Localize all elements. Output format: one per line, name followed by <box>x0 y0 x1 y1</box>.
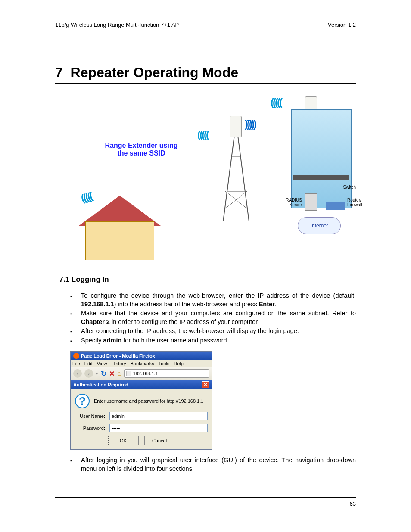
network-diagram: Range Extender using the same SSID (((((… <box>55 92 356 264</box>
internet-label: Internet <box>311 223 328 229</box>
list-item: After logging in you will graphical user… <box>70 456 356 473</box>
list-item: After connecting to the IP address, the … <box>70 327 356 336</box>
instruction-list: To configure the device through the web-… <box>55 292 356 345</box>
forward-button[interactable]: › <box>84 369 93 378</box>
stop-button[interactable]: ✕ <box>109 370 115 378</box>
chapter-heading: 7 Repeater Operating Mode <box>55 65 356 84</box>
auth-dialog-titlebar: Authentication Required ✕ <box>71 380 212 389</box>
page-favicon-icon <box>126 371 131 376</box>
reload-button[interactable]: ↻ <box>101 370 106 378</box>
auth-dialog-body: ? Enter username and password for http:/… <box>71 389 212 449</box>
address-bar[interactable]: 192.168.1.1 <box>124 369 209 378</box>
menu-item-edit[interactable]: Edit <box>84 361 93 366</box>
menu-item-help[interactable]: Help <box>174 361 184 366</box>
router-label: Router/ Firewall <box>347 198 369 207</box>
firefox-icon <box>73 353 79 359</box>
ok-button[interactable]: OK <box>108 436 138 445</box>
wifi-signal-icon: ((((( <box>197 129 208 141</box>
menu-item-view[interactable]: View <box>97 361 107 366</box>
section-number: 7.1 <box>59 275 69 283</box>
chapter-number: 7 <box>55 65 63 80</box>
window-titlebar: Page Load Error - Mozilla Firefox <box>71 352 212 360</box>
question-icon: ? <box>75 394 90 408</box>
switch-icon <box>293 175 349 180</box>
dropdown-arrow-icon[interactable]: ▾ <box>96 371 98 376</box>
section-title: Logging In <box>72 275 109 283</box>
house-icon <box>79 196 161 260</box>
instruction-list-2: After logging in you will graphical user… <box>55 456 356 473</box>
back-button[interactable]: ‹ <box>73 369 82 378</box>
home-button[interactable]: ⌂ <box>117 370 121 377</box>
username-input[interactable]: admin <box>109 412 208 420</box>
server-icon <box>305 193 317 211</box>
firefox-window: Page Load Error - Mozilla Firefox File E… <box>70 351 212 450</box>
internet-cloud-icon: Internet <box>298 217 341 234</box>
close-button[interactable]: ✕ <box>202 381 209 388</box>
cancel-button[interactable]: Cancel <box>144 436 174 445</box>
section-heading: 7.1 Logging In <box>55 275 356 284</box>
menu-item-tools[interactable]: Tools <box>159 361 170 366</box>
page-number: 63 <box>350 501 356 507</box>
auth-dialog-title: Authentication Required <box>73 382 128 387</box>
auth-message: Enter username and password for http://1… <box>94 398 208 404</box>
building-diagram: Switch RADIUS Server Router/ Firewall In… <box>278 105 356 234</box>
menu-bar: File Edit View History Bookmarks Tools H… <box>71 360 212 367</box>
access-point-icon <box>230 116 242 137</box>
header-right: Version 1.2 <box>328 22 356 28</box>
footer-rule <box>55 497 356 498</box>
password-input[interactable]: ••••• <box>109 424 208 432</box>
list-item: Specify admin for both the user name and… <box>70 336 356 345</box>
password-label: Password: <box>75 426 105 431</box>
menu-item-bookmarks[interactable]: Bookmarks <box>131 361 154 366</box>
diagram-caption: Range Extender using the same SSID <box>98 142 184 157</box>
radius-label: RADIUS Server <box>276 198 302 207</box>
menu-item-history[interactable]: History <box>111 361 126 366</box>
list-item: To configure the device through the web-… <box>70 292 356 308</box>
window-title: Page Load Error - Mozilla Firefox <box>81 353 155 358</box>
url-text: 192.168.1.1 <box>133 371 158 376</box>
menu-item-file[interactable]: File <box>72 361 80 366</box>
page-header: 11b/g Wireless Long Range Multi-function… <box>55 22 356 30</box>
username-label: User Name: <box>75 414 105 419</box>
list-item: Make sure that the device and your compu… <box>70 309 356 326</box>
header-left: 11b/g Wireless Long Range Multi-function… <box>55 22 179 28</box>
router-icon <box>326 202 345 210</box>
nav-toolbar: ‹ › ▾ ↻ ✕ ⌂ 192.168.1.1 <box>71 367 212 380</box>
caption-line: the same SSID <box>98 149 184 157</box>
caption-line: Range Extender using <box>98 142 184 149</box>
switch-label: Switch <box>343 185 356 190</box>
chapter-title: Repeater Operating Mode <box>71 65 238 80</box>
